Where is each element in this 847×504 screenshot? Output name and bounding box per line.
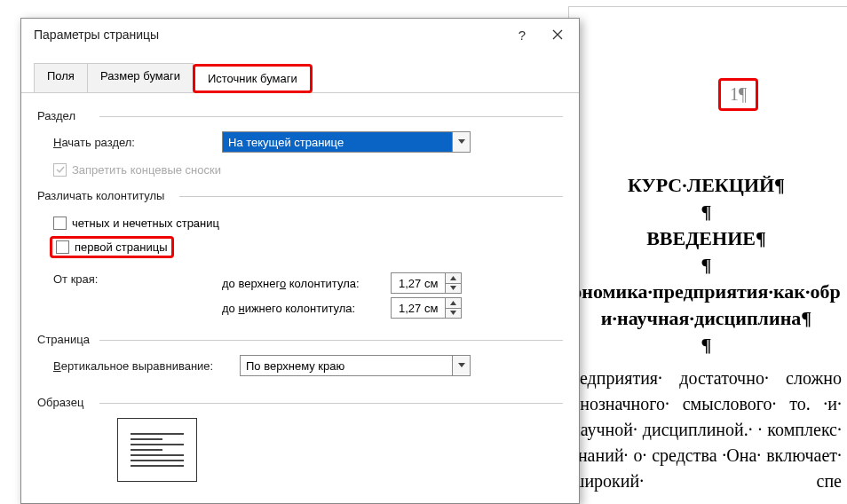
valign-row: Вертикальное выравнивание: По верхнему к… [53,355,563,376]
doc-heading-2: ВВЕДЕНИЕ¶ [571,227,842,250]
spin-up-button[interactable] [446,298,461,309]
section-start-select[interactable]: На текущей странице [222,131,471,153]
doc-pilcrow-2: ¶ [571,254,842,277]
doc-body-text: редприятия· достаточно· сложно днозначно… [571,366,842,504]
document-content: КУРС·ЛЕКЦИЙ¶ ¶ ВВЕДЕНИЕ¶ ¶ ономика·предп… [569,174,847,504]
first-page-highlight: первой страницы [50,236,174,258]
page-number: 1¶ [730,84,747,104]
tab-bar: Поля Размер бумаги Источник бумаги [21,58,579,93]
check-icon [56,163,65,177]
spinner-buttons [445,273,461,293]
footer-distance-label: до нижнего колонтитула: [222,302,391,315]
odd-even-checkbox[interactable]: четных и нечетных страниц [53,217,219,230]
section-start-row: Начать раздел: На текущей странице [53,131,563,153]
checkbox-box [56,240,69,254]
footer-distance-row: до нижнего колонтитула: [222,297,462,319]
close-button[interactable] [540,20,575,49]
odd-even-label: четных и нечетных страниц [72,217,219,230]
spinner-buttons [445,298,461,318]
tab-paper-size[interactable]: Размер бумаги [87,63,194,92]
checkbox-box [53,217,67,230]
dialog-titlebar: Параметры страницы ? [21,19,579,51]
doc-heading-3b: и·научная·дисциплина¶ [571,307,842,330]
doc-heading-3a: ономика·предприятия·как·обр [571,280,842,303]
page-preview [117,418,197,482]
doc-pilcrow-3: ¶ [571,334,842,357]
doc-heading-1: КУРС·ЛЕКЦИЙ¶ [571,174,842,197]
header-distance-label: до верхнего колонтитула: [222,277,391,290]
suppress-endnotes-label: Запретить концевые сноски [72,163,221,177]
from-edge-row: От края: до верхнего колонтитула: до ниж… [53,269,563,322]
valign-select[interactable]: По верхнему краю [240,355,471,376]
doc-pilcrow-1: ¶ [571,201,842,224]
group-headers: Различать колонтитулы [37,189,563,202]
spin-down-button[interactable] [446,309,461,319]
header-distance-spinner[interactable] [391,272,462,294]
group-preview: Образец [37,396,563,409]
chevron-down-icon [452,356,470,375]
footer-distance-spinner[interactable] [391,297,462,319]
header-distance-row: до верхнего колонтитула: [222,272,462,294]
first-page-label: первой страницы [75,240,168,254]
dialog-title: Параметры страницы [34,28,504,42]
tab-fields[interactable]: Поля [34,63,88,92]
first-page-checkbox[interactable]: первой страницы [56,240,168,254]
valign-value: По верхнему краю [241,359,452,373]
suppress-endnotes-checkbox: Запретить концевые сноски [53,163,221,177]
group-section: Раздел [37,109,563,122]
help-button[interactable]: ? [504,20,540,49]
spin-down-button[interactable] [446,284,461,294]
section-start-value: На текущей странице [223,132,452,152]
section-start-label: Начать раздел: [53,136,222,149]
document-page: 1¶ КУРС·ЛЕКЦИЙ¶ ¶ ВВЕДЕНИЕ¶ ¶ ономика·пр… [568,6,847,504]
tab-paper-source[interactable]: Источник бумаги [193,64,313,93]
spin-up-button[interactable] [446,273,461,284]
page-setup-dialog: Параметры страницы ? Поля Размер бумаги … [20,18,580,504]
valign-label: Вертикальное выравнивание: [53,359,240,373]
spinner-group: до верхнего колонтитула: до нижнего коло… [222,269,462,322]
group-page: Страница [37,333,563,346]
page-number-highlight: 1¶ [718,78,758,111]
header-distance-input[interactable] [392,273,445,293]
checkbox-box [53,163,67,177]
chevron-down-icon [452,132,470,152]
dialog-body: Раздел Начать раздел: На текущей страниц… [21,93,579,492]
close-icon [552,29,563,40]
footer-distance-input[interactable] [392,298,445,318]
from-edge-label: От края: [53,269,222,286]
